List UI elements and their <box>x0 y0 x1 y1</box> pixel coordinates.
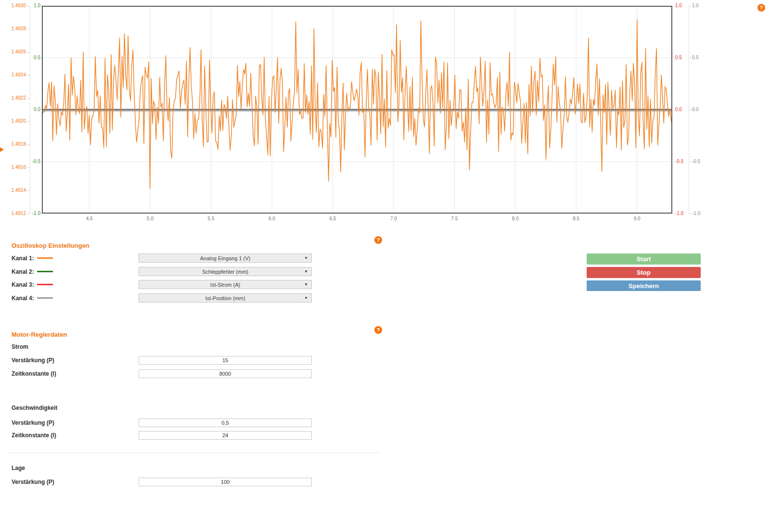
orange-axis-tick-label: 1.4926 <box>5 49 26 55</box>
x-axis-tick-label: 4.5 <box>81 216 98 222</box>
section-divider <box>8 453 379 453</box>
channel-3-selected-value: Ist-Strom (A) <box>210 282 240 288</box>
gray-axis-tick-label: -0.5 <box>692 159 708 165</box>
channel-3-select[interactable]: Ist-Strom (A) ▼ <box>139 280 312 289</box>
channel-4-label-text: Kanal 4: <box>12 295 34 302</box>
channel-4-color-swatch <box>37 297 53 299</box>
x-axis-tick-label: 9.0 <box>629 216 645 222</box>
lage-p-input[interactable] <box>139 478 312 486</box>
motor-controller-heading: Motor-Reglerdaten <box>12 331 67 338</box>
channel-1-color-swatch <box>37 257 53 259</box>
orange-axis-tick-label: 1.4922 <box>5 95 26 101</box>
x-axis-tick-label: 8.0 <box>507 216 524 222</box>
geschwindigkeit-i-input[interactable] <box>139 431 312 440</box>
axis-tick-mark <box>39 214 42 214</box>
channel-2-label: Kanal 2: <box>12 267 53 276</box>
channel-3-color-swatch <box>37 284 53 285</box>
x-axis-tick-label: 5.0 <box>142 216 158 222</box>
gray-axis-tick-label: 0.5 <box>692 55 708 61</box>
chart-plot-area[interactable] <box>42 6 672 214</box>
oscilloscope-chart: 1.49301.49281.49261.49241.49221.49201.49… <box>0 0 770 226</box>
geschwindigkeit-p-label: Verstärkung (P) <box>12 418 54 427</box>
chevron-down-icon: ▼ <box>304 296 308 300</box>
oscilloscope-settings-heading: Oszilloskop Einstellungen <box>12 242 90 249</box>
axis-tick-mark <box>39 6 42 6</box>
channel-3-label: Kanal 3: <box>12 280 53 289</box>
x-axis-tick-label: 5.5 <box>203 216 219 222</box>
channel-1-label: Kanal 1: <box>12 253 53 263</box>
channel-3-label-text: Kanal 3: <box>12 281 34 288</box>
chevron-down-icon: ▼ <box>304 269 308 274</box>
help-icon-oscilloscope[interactable]: ? <box>374 236 382 244</box>
orange-axis-tick-label: 1.4924 <box>5 72 26 78</box>
axis-tick-mark <box>39 58 42 58</box>
axis-tick-mark <box>673 6 676 6</box>
orange-axis-tick-label: 1.4918 <box>5 141 26 147</box>
geschwindigkeit-p-input[interactable] <box>139 418 312 427</box>
channel-1-selected-value: Analog Eingang 1 (V) <box>200 255 251 261</box>
axis-tick-mark <box>673 214 676 214</box>
green-axis-tick-label: 1.0 <box>27 3 40 9</box>
axis-tick-mark <box>673 162 676 162</box>
help-icon-motor[interactable]: ? <box>374 326 382 334</box>
green-axis-tick-label: -1.0 <box>27 211 40 216</box>
channel-2-color-swatch <box>37 271 53 272</box>
gray-axis-tick-label: 1.0 <box>692 3 708 9</box>
orange-axis-tick-label: 1.4912 <box>5 211 26 216</box>
channel-4-selected-value: Ist-Position (mm) <box>205 295 245 301</box>
channel-4-select[interactable]: Ist-Position (mm) ▼ <box>139 293 312 303</box>
axis-position-marker-icon <box>0 147 4 152</box>
strom-i-label: Zeitkonstante (I) <box>12 369 56 378</box>
orange-axis-spine <box>30 6 30 214</box>
channel-2-selected-value: Schleppfehler (mm) <box>202 269 248 275</box>
green-axis-tick-label: 0.0 <box>27 107 40 113</box>
orange-axis-tick-label: 1.4914 <box>5 188 26 193</box>
orange-axis-tick-label: 1.4916 <box>5 165 26 170</box>
lage-p-label: Verstärkung (P) <box>12 478 54 486</box>
channel-2-label-text: Kanal 2: <box>12 268 34 275</box>
gray-axis-tick-label: 0.0 <box>692 107 708 113</box>
axis-tick-mark <box>39 162 42 162</box>
channel-1-select[interactable]: Analog Eingang 1 (V) ▼ <box>139 253 312 263</box>
axis-tick-mark <box>673 58 676 58</box>
section-geschwindigkeit-title: Geschwindigkeit <box>12 405 57 411</box>
green-axis-tick-label: -0.5 <box>27 159 40 165</box>
chevron-down-icon: ▼ <box>304 282 308 287</box>
chevron-down-icon: ▼ <box>304 256 308 260</box>
orange-axis-tick-label: 1.4928 <box>5 26 26 32</box>
save-button[interactable]: Speichern <box>587 280 701 291</box>
x-axis-tick-label: 7.5 <box>446 216 462 222</box>
axis-tick-mark <box>673 110 676 110</box>
strom-p-label: Verstärkung (P) <box>12 356 54 365</box>
section-strom-title: Strom <box>12 343 28 350</box>
strom-i-input[interactable] <box>139 369 312 378</box>
gray-axis-tick-label: -1.0 <box>692 211 708 216</box>
orange-axis-tick-label: 1.4930 <box>5 3 26 9</box>
green-axis-tick-label: 0.5 <box>27 55 40 61</box>
x-axis-tick-label: 8.5 <box>568 216 584 222</box>
x-axis-tick-label: 6.0 <box>264 216 280 222</box>
x-axis-tick-label: 7.0 <box>385 216 402 222</box>
stop-button[interactable]: Stop <box>587 267 701 278</box>
x-axis-tick-label: 6.5 <box>324 216 341 222</box>
channel-1-label-text: Kanal 1: <box>12 255 34 262</box>
geschwindigkeit-i-label: Zeitkonstante (I) <box>12 431 56 440</box>
channel-4-label: Kanal 4: <box>12 293 53 303</box>
start-button[interactable]: Start <box>587 253 701 265</box>
gray-axis-spine <box>689 6 689 214</box>
section-lage-title: Lage <box>12 465 25 471</box>
strom-p-input[interactable] <box>139 356 312 365</box>
orange-axis-tick-label: 1.4920 <box>5 118 26 124</box>
help-icon-chart[interactable]: ? <box>757 4 765 12</box>
axis-tick-mark <box>39 110 42 110</box>
channel-2-select[interactable]: Schleppfehler (mm) ▼ <box>139 267 312 276</box>
